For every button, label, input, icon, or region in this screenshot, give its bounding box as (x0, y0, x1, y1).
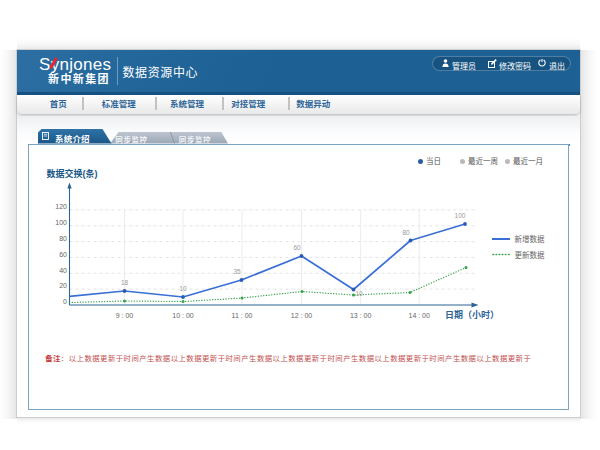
svg-text:新增数据: 新增数据 (515, 233, 545, 244)
svg-text:80: 80 (59, 234, 67, 241)
svg-text:120: 120 (55, 203, 67, 210)
svg-text:0: 0 (63, 298, 67, 305)
svg-text:60: 60 (59, 250, 67, 257)
svg-text:10 : 00: 10 : 00 (172, 312, 194, 319)
svg-text:更新数据: 更新数据 (515, 248, 545, 259)
svg-text:100: 100 (55, 219, 67, 226)
svg-text:100: 100 (455, 212, 466, 219)
svg-text:9 : 00: 9 : 00 (116, 312, 134, 319)
svg-text:10: 10 (179, 284, 187, 291)
svg-text:35: 35 (233, 267, 241, 274)
svg-text:80: 80 (402, 228, 410, 235)
svg-text:12 : 00: 12 : 00 (291, 312, 313, 319)
svg-text:20: 20 (59, 282, 67, 289)
svg-text:11 : 00: 11 : 00 (232, 312, 253, 319)
svg-text:40: 40 (59, 266, 67, 273)
svg-text:10: 10 (355, 289, 363, 296)
svg-text:60: 60 (293, 244, 301, 251)
svg-text:18: 18 (121, 278, 129, 285)
svg-text:13 : 00: 13 : 00 (350, 312, 372, 319)
svg-text:14 : 00: 14 : 00 (408, 312, 430, 319)
svg-text:日期（小时）: 日期（小时） (445, 308, 499, 321)
